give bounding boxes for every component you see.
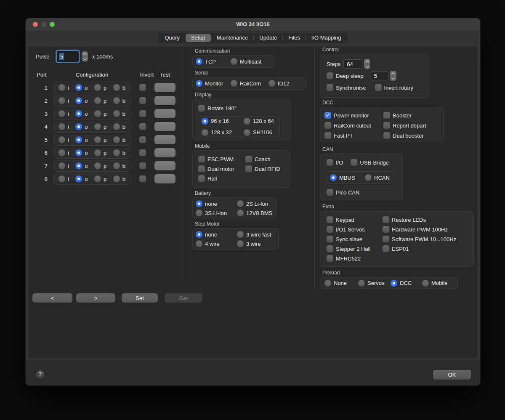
steps-stepper[interactable] [364,59,370,69]
radio-option-o[interactable]: o [75,136,88,143]
checkbox-option-power-monitor[interactable]: Power monitor [324,112,383,119]
radio-control[interactable] [58,84,65,91]
invert-checkbox[interactable] [139,162,146,169]
help-button[interactable]: ? [36,370,44,378]
checkbox-control[interactable] [383,122,390,129]
radio-control[interactable] [58,162,65,169]
radio-control[interactable] [58,149,65,156]
checkbox-control[interactable] [383,216,389,223]
checkbox-option-pico-can[interactable]: Pico CAN [327,189,359,196]
radio-control[interactable] [202,129,208,136]
checkbox-control[interactable] [351,159,357,166]
checkbox-control[interactable] [383,236,389,242]
radio-option-mobile[interactable]: Mobile [422,280,457,287]
radio-control[interactable] [75,162,82,169]
checkbox-option-dual-rfid[interactable]: Dual RFID [245,165,290,172]
radio-control[interactable] [237,210,244,216]
radio-control[interactable] [113,136,120,143]
checkbox-control[interactable] [327,255,333,262]
checkbox-control[interactable] [327,189,333,196]
radio-control[interactable] [94,149,101,156]
checkbox-control[interactable] [327,159,333,166]
radio-option-p[interactable]: p [94,84,106,91]
radio-option-o[interactable]: o [75,123,88,130]
radio-control[interactable] [358,280,365,287]
radio-option-o[interactable]: o [75,175,88,182]
radio-control[interactable] [94,97,101,104]
invert-checkbox[interactable] [139,110,146,117]
radio-option-4-wire[interactable]: 4 wire [196,240,237,247]
radio-control[interactable] [58,123,65,130]
invert-checkbox[interactable] [139,175,146,182]
radio-option-i[interactable]: i [58,136,69,143]
tab-maintenance[interactable]: Maintenance [211,34,253,42]
radio-option-p[interactable]: p [94,136,106,143]
checkbox-control[interactable] [245,165,252,172]
pulse-stepper[interactable] [82,51,88,62]
checkbox-option-report-depart[interactable]: Report depart [383,122,443,129]
radio-option-128-x-64[interactable]: 128 x 64 [244,118,279,125]
next-button[interactable]: > [76,293,115,303]
radio-option-b[interactable]: b [113,84,125,91]
checkbox-control[interactable] [383,226,389,233]
radio-control[interactable] [196,80,202,87]
radio-option-3s-li-ion[interactable]: 3S Li-Ion [196,210,237,216]
radio-control[interactable] [113,97,120,104]
radio-control[interactable] [58,110,65,117]
prev-button[interactable]: < [32,293,72,303]
checkbox-option-synchronise[interactable]: Synchronise [327,84,366,91]
pulse-input[interactable]: 5 [57,51,79,62]
checkbox-control[interactable] [198,175,205,182]
test-button[interactable] [154,96,175,105]
radio-option-i[interactable]: i [58,175,69,182]
checkbox-option-dual-booster[interactable]: Dual booster [383,132,443,139]
checkbox-control[interactable] [198,165,205,172]
checkbox-option-restore-leds[interactable]: Restore LEDs [383,216,473,223]
radio-option-dcc[interactable]: DCC [391,280,422,287]
checkbox-control[interactable] [324,112,331,119]
checkbox-option-esc-pwm[interactable]: ESC PWM [198,156,245,162]
radio-control[interactable] [75,84,82,91]
checkbox-option-hall[interactable]: Hall [198,175,245,182]
radio-option-96-x-16[interactable]: 96 x 16 [202,118,244,125]
test-button[interactable] [154,148,175,157]
radio-control[interactable] [196,240,202,247]
radio-control[interactable] [94,175,101,182]
radio-control[interactable] [75,110,82,117]
radio-control[interactable] [113,149,120,156]
radio-control[interactable] [324,280,331,287]
radio-control[interactable] [94,110,101,117]
title-bar[interactable]: WIO 34 I/O16 [26,18,480,31]
checkbox-option-fast-pt[interactable]: Fast PT [324,132,383,139]
radio-control[interactable] [365,174,372,181]
deep-sleep-input[interactable]: 5 [371,71,388,80]
radio-option-o[interactable]: o [75,162,88,169]
test-button[interactable] [154,174,175,183]
radio-option-b[interactable]: b [113,175,125,182]
checkbox-option-mfrc522[interactable]: MFRC522 [327,255,383,262]
checkbox-option-hardware-pwm-100hz[interactable]: Hardware PWM 100Hz [383,226,473,233]
checkbox-option-booster[interactable]: Booster [383,112,443,119]
radio-control[interactable] [196,58,202,65]
steps-input[interactable]: 64 [343,59,362,69]
tab-i-o-mapping[interactable]: I/O Mapping [306,34,347,42]
checkbox-option-invert-rotary[interactable]: Invert rotary [375,84,413,91]
radio-option-p[interactable]: p [94,175,106,182]
radio-control[interactable] [422,280,429,287]
radio-control[interactable] [113,84,120,91]
radio-option-12v8-bms[interactable]: 12V8 BMS [237,210,276,216]
checkbox-option-sync-slave[interactable]: Sync slave [327,236,383,242]
invert-checkbox[interactable] [139,123,146,130]
radio-control[interactable] [244,129,250,136]
radio-option-rcan[interactable]: RCAN [365,174,395,181]
radio-option-id12[interactable]: ID12 [268,80,306,87]
radio-option-multicast[interactable]: Multicast [231,58,274,65]
radio-option-b[interactable]: b [113,123,125,130]
tab-query[interactable]: Query [159,34,185,42]
radio-control[interactable] [113,110,120,117]
radio-control[interactable] [94,162,101,169]
checkbox-control[interactable] [327,72,333,79]
radio-option-i[interactable]: i [58,162,69,169]
radio-option-2s-li-ion[interactable]: 2S Li-Ion [237,200,276,207]
test-button[interactable] [154,161,175,170]
